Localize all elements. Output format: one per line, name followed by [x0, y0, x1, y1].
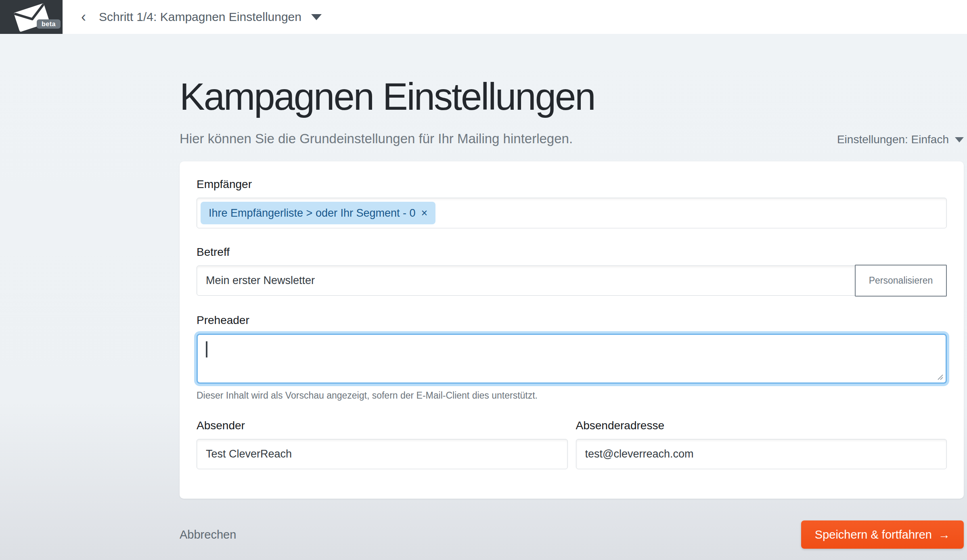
sender-address-label: Absenderadresse	[576, 419, 947, 433]
recipient-chip-label: Ihre Empfängerliste > oder Ihr Segment -…	[209, 207, 416, 219]
cancel-link[interactable]: Abbrechen	[180, 528, 236, 541]
chip-remove-icon[interactable]: ×	[421, 207, 428, 219]
preheader-textarea[interactable]	[197, 334, 947, 384]
settings-mode-dropdown[interactable]: Einstellungen: Einfach	[837, 133, 964, 146]
step-dropdown[interactable]: Schritt 1/4: Kampagnen Einstellungen	[99, 10, 322, 24]
page-background: Kampagnen Einstellungen Hier können Sie …	[0, 34, 967, 560]
recipient-chip[interactable]: Ihre Empfängerliste > oder Ihr Segment -…	[201, 202, 435, 224]
save-continue-label: Speichern & fortfahren	[815, 528, 932, 541]
preheader-help-text: Dieser Inhalt wird als Vorschau angezeig…	[197, 390, 947, 401]
settings-mode-label: Einstellungen: Einfach	[837, 133, 949, 146]
text-caret	[206, 341, 207, 357]
back-button[interactable]: ‹	[81, 10, 86, 24]
sender-label: Absender	[197, 419, 568, 433]
recipients-label: Empfänger	[197, 178, 947, 191]
cleverreach-logo[interactable]: beta	[0, 0, 63, 34]
resize-handle[interactable]	[936, 373, 944, 380]
step-title-label: Schritt 1/4: Kampagnen Einstellungen	[99, 10, 301, 24]
page-subtitle: Hier können Sie die Grundeinstellungen f…	[180, 131, 573, 146]
personalize-button[interactable]: Personalisieren	[855, 265, 947, 297]
chevron-down-icon	[955, 137, 964, 142]
campaign-settings-card: Empfänger Ihre Empfängerliste > oder Ihr…	[180, 161, 964, 499]
arrow-right-icon: →	[938, 528, 950, 541]
sender-input[interactable]	[197, 439, 568, 469]
page-title: Kampagnen Einstellungen	[180, 76, 964, 117]
preheader-label: Preheader	[197, 313, 947, 327]
save-continue-button[interactable]: Speichern & fortfahren →	[801, 520, 964, 549]
top-bar: beta ‹ Schritt 1/4: Kampagnen Einstellun…	[0, 0, 967, 34]
beta-badge: beta	[37, 19, 61, 29]
subject-label: Betreff	[197, 245, 947, 259]
chevron-down-icon	[311, 14, 322, 20]
subject-input[interactable]	[197, 265, 857, 296]
sender-address-input[interactable]	[576, 439, 947, 469]
recipients-input[interactable]: Ihre Empfängerliste > oder Ihr Segment -…	[197, 198, 947, 228]
